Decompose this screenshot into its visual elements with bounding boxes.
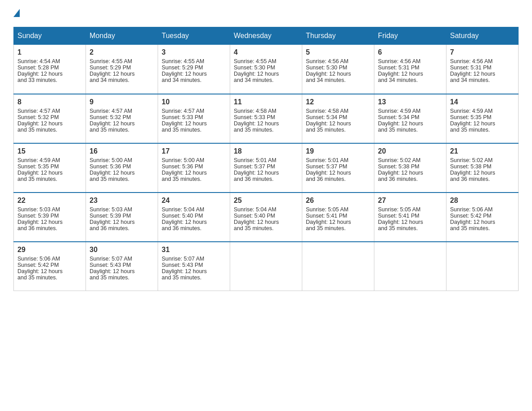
day-number: 14: [450, 98, 515, 106]
day-number: 5: [306, 48, 370, 56]
day-number: 21: [450, 147, 515, 155]
day-number: 4: [234, 48, 298, 56]
calendar-cell: 3Sunrise: 4:55 AMSunset: 5:29 PMDaylight…: [158, 45, 230, 94]
day-number: 24: [162, 197, 226, 205]
day-number: 11: [234, 98, 298, 106]
calendar-cell: 8Sunrise: 4:57 AMSunset: 5:32 PMDaylight…: [14, 94, 86, 143]
day-number: 15: [17, 147, 82, 155]
calendar-cell: 17Sunrise: 5:00 AMSunset: 5:36 PMDayligh…: [158, 143, 230, 193]
calendar-cell: 4Sunrise: 4:55 AMSunset: 5:30 PMDaylight…: [230, 45, 302, 94]
day-number: 9: [90, 98, 154, 106]
header-cell-friday: Friday: [374, 27, 446, 45]
day-number: 25: [234, 197, 298, 205]
calendar-cell: [374, 242, 446, 291]
calendar-cell: 20Sunrise: 5:02 AMSunset: 5:38 PMDayligh…: [374, 143, 446, 193]
week-row-5: 29Sunrise: 5:06 AMSunset: 5:42 PMDayligh…: [14, 242, 519, 291]
calendar-cell: [302, 242, 374, 291]
day-number: 6: [378, 48, 442, 56]
calendar-cell: 18Sunrise: 5:01 AMSunset: 5:37 PMDayligh…: [230, 143, 302, 193]
day-number: 22: [17, 197, 82, 205]
day-number: 17: [162, 147, 226, 155]
day-number: 7: [450, 48, 515, 56]
calendar-cell: 24Sunrise: 5:04 AMSunset: 5:40 PMDayligh…: [158, 193, 230, 242]
calendar-cell: 19Sunrise: 5:01 AMSunset: 5:37 PMDayligh…: [302, 143, 374, 193]
calendar-cell: 11Sunrise: 4:58 AMSunset: 5:33 PMDayligh…: [230, 94, 302, 143]
day-number: 23: [90, 197, 154, 205]
day-number: 1: [17, 48, 82, 56]
day-number: 26: [306, 197, 370, 205]
calendar-cell: [446, 242, 519, 291]
day-number: 27: [378, 197, 442, 205]
header-cell-monday: Monday: [86, 27, 158, 45]
calendar-cell: 9Sunrise: 4:57 AMSunset: 5:32 PMDaylight…: [86, 94, 158, 143]
header-cell-tuesday: Tuesday: [158, 27, 230, 45]
day-number: 8: [17, 98, 82, 106]
calendar-cell: 13Sunrise: 4:59 AMSunset: 5:34 PMDayligh…: [374, 94, 446, 143]
header-cell-wednesday: Wednesday: [230, 27, 302, 45]
logo: [13, 9, 20, 18]
calendar-cell: 31Sunrise: 5:07 AMSunset: 5:43 PMDayligh…: [158, 242, 230, 291]
calendar-cell: 1Sunrise: 4:54 AMSunset: 5:28 PMDaylight…: [14, 45, 86, 94]
calendar-cell: 15Sunrise: 4:59 AMSunset: 5:35 PMDayligh…: [14, 143, 86, 193]
day-number: 29: [17, 246, 82, 254]
calendar-cell: [230, 242, 302, 291]
calendar-cell: 7Sunrise: 4:56 AMSunset: 5:31 PMDaylight…: [446, 45, 519, 94]
day-number: 31: [162, 246, 226, 254]
calendar-cell: 21Sunrise: 5:02 AMSunset: 5:38 PMDayligh…: [446, 143, 519, 193]
header-cell-thursday: Thursday: [302, 27, 374, 45]
calendar-cell: 25Sunrise: 5:04 AMSunset: 5:40 PMDayligh…: [230, 193, 302, 242]
day-number: 30: [90, 246, 154, 254]
calendar-cell: 27Sunrise: 5:05 AMSunset: 5:41 PMDayligh…: [374, 193, 446, 242]
calendar-cell: 28Sunrise: 5:06 AMSunset: 5:42 PMDayligh…: [446, 193, 519, 242]
week-row-2: 8Sunrise: 4:57 AMSunset: 5:32 PMDaylight…: [14, 94, 519, 143]
day-number: 19: [306, 147, 370, 155]
week-row-3: 15Sunrise: 4:59 AMSunset: 5:35 PMDayligh…: [14, 143, 519, 193]
header-row: SundayMondayTuesdayWednesdayThursdayFrid…: [14, 27, 519, 45]
calendar-cell: 16Sunrise: 5:00 AMSunset: 5:36 PMDayligh…: [86, 143, 158, 193]
day-number: 18: [234, 147, 298, 155]
day-number: 3: [162, 48, 226, 56]
calendar-cell: 30Sunrise: 5:07 AMSunset: 5:43 PMDayligh…: [86, 242, 158, 291]
day-number: 12: [306, 98, 370, 106]
header-cell-sunday: Sunday: [14, 27, 86, 45]
week-row-1: 1Sunrise: 4:54 AMSunset: 5:28 PMDaylight…: [14, 45, 519, 94]
calendar-table: SundayMondayTuesdayWednesdayThursdayFrid…: [13, 27, 519, 291]
page-header: [13, 9, 519, 18]
calendar-cell: 10Sunrise: 4:57 AMSunset: 5:33 PMDayligh…: [158, 94, 230, 143]
calendar-cell: 14Sunrise: 4:59 AMSunset: 5:35 PMDayligh…: [446, 94, 519, 143]
day-number: 2: [90, 48, 154, 56]
day-number: 16: [90, 147, 154, 155]
calendar-cell: 5Sunrise: 4:56 AMSunset: 5:30 PMDaylight…: [302, 45, 374, 94]
calendar-cell: 26Sunrise: 5:05 AMSunset: 5:41 PMDayligh…: [302, 193, 374, 242]
calendar-cell: 23Sunrise: 5:03 AMSunset: 5:39 PMDayligh…: [86, 193, 158, 242]
day-number: 28: [450, 197, 515, 205]
logo-triangle-icon: [13, 9, 20, 17]
calendar-cell: 22Sunrise: 5:03 AMSunset: 5:39 PMDayligh…: [14, 193, 86, 242]
day-number: 10: [162, 98, 226, 106]
day-number: 20: [378, 147, 442, 155]
calendar-cell: 12Sunrise: 4:58 AMSunset: 5:34 PMDayligh…: [302, 94, 374, 143]
week-row-4: 22Sunrise: 5:03 AMSunset: 5:39 PMDayligh…: [14, 193, 519, 242]
calendar-cell: 6Sunrise: 4:56 AMSunset: 5:31 PMDaylight…: [374, 45, 446, 94]
calendar-cell: 2Sunrise: 4:55 AMSunset: 5:29 PMDaylight…: [86, 45, 158, 94]
header-cell-saturday: Saturday: [446, 27, 519, 45]
day-number: 13: [378, 98, 442, 106]
calendar-cell: 29Sunrise: 5:06 AMSunset: 5:42 PMDayligh…: [14, 242, 86, 291]
